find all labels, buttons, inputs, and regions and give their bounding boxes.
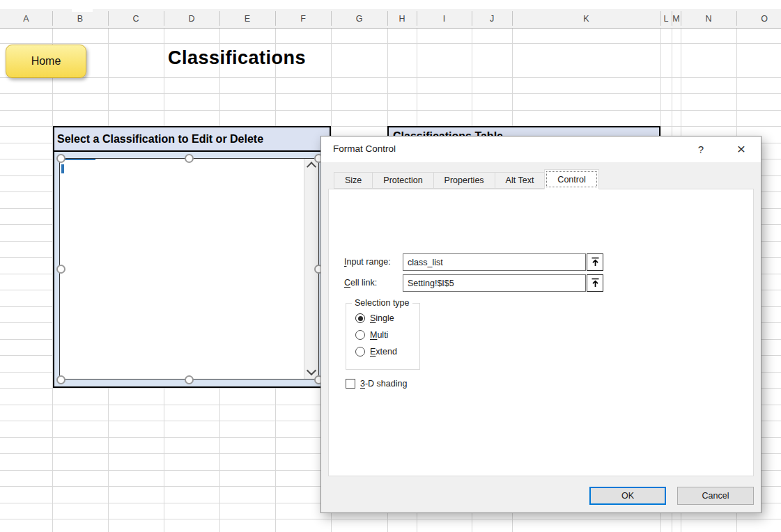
column-header-n[interactable]: N [681,9,736,28]
control-tab-page: Input range: class_list Cell link: Setti… [328,189,754,476]
3d-shading-label: 3-D shading [360,379,407,389]
column-separator [736,11,737,26]
classification-listbox[interactable] [59,158,319,380]
column-separator [417,11,417,26]
column-separator [681,11,681,26]
listbox-selection-mark [65,159,95,160]
column-header-j[interactable]: J [472,9,512,28]
selection-handle[interactable] [185,375,194,384]
formula-bar-strip [0,0,781,9]
radio-label: Extend [370,347,397,357]
cell-link-field[interactable]: Setting!$I$5 [403,274,586,292]
column-separator [108,11,109,26]
column-separator [387,11,388,26]
gridline [0,77,781,78]
input-range-label: Input range: [344,257,391,267]
selection-type-legend: Selection type [352,298,412,308]
home-button[interactable]: Home [6,45,86,78]
column-separator [512,11,513,26]
column-separator [164,11,164,26]
column-header-c[interactable]: C [108,9,164,28]
excel-window: ABCDEFGHIJKLMNO Home Classifications Sel… [0,0,781,532]
input-range-field[interactable]: class_list [403,253,586,271]
tab-control[interactable]: Control [544,169,598,189]
radio-icon[interactable] [355,347,365,357]
ribbon-notch [72,0,93,12]
radio-label: Single [370,313,394,323]
checkbox-icon[interactable] [346,379,355,389]
sheet-title: Classifications [168,47,398,71]
format-control-dialog: Format Control ? × SizeProtectionPropert… [320,136,761,513]
collapse-up-arrow-icon [591,278,600,288]
tab-properties[interactable]: Properties [433,172,495,189]
selection-handle[interactable] [56,265,65,274]
gridline [0,43,781,44]
column-separator [219,11,220,26]
help-icon[interactable]: ? [690,140,711,158]
radio-option-multi[interactable]: Multi [355,330,388,340]
dialog-tabstrip: SizeProtectionPropertiesAlt TextControl [334,169,598,189]
selection-handle[interactable] [56,154,65,163]
column-header-g[interactable]: G [331,9,387,28]
column-header-f[interactable]: F [275,9,331,28]
column-header-a[interactable]: A [0,9,52,28]
dialog-title: Format Control [333,143,396,154]
column-separator [660,11,661,26]
collapse-up-arrow-icon [591,257,600,267]
radio-option-extend[interactable]: Extend [355,347,397,357]
column-header-e[interactable]: E [219,9,275,28]
chevron-down-icon [307,366,316,375]
selection-type-group: Selection type SingleMultiExtend [346,303,420,370]
column-header-b[interactable]: B [52,9,108,28]
gridline [0,110,781,111]
cell-link-label: Cell link: [344,278,377,288]
ok-button[interactable]: OK [589,487,666,505]
cell-link-collapse-button[interactable] [587,274,603,292]
tab-protection[interactable]: Protection [372,172,433,189]
radio-option-single[interactable]: Single [355,313,394,323]
column-separator [52,11,53,26]
column-separator [472,11,472,26]
column-separator [275,11,276,26]
column-header-d[interactable]: D [164,9,219,28]
column-header-i[interactable]: I [417,9,472,28]
gridline [0,519,781,519]
radio-icon[interactable] [355,330,365,340]
column-separator [331,11,332,26]
tab-size[interactable]: Size [334,172,373,189]
selection-handle[interactable] [56,375,65,384]
column-header-l[interactable]: L [660,9,672,28]
3d-shading-checkbox-row[interactable]: 3-D shading [346,379,407,389]
cancel-button[interactable]: Cancel [677,487,754,505]
radio-icon[interactable] [355,313,365,323]
column-header-m[interactable]: M [672,9,681,28]
input-range-collapse-button[interactable] [587,253,603,271]
selection-handle[interactable] [185,154,194,163]
dialog-titlebar[interactable]: Format Control ? × [321,136,761,162]
edit-delete-header-cell: Select a Classification to Edit or Delet… [53,126,331,152]
close-icon[interactable]: × [731,140,752,158]
chevron-up-icon [307,162,316,171]
column-header-k[interactable]: K [512,9,660,28]
listbox-selection-cursor [61,164,64,173]
column-header-row: ABCDEFGHIJKLMNO [0,9,781,29]
tab-alt-text[interactable]: Alt Text [495,172,546,189]
column-header-h[interactable]: H [387,9,417,28]
radio-label: Multi [370,330,388,340]
column-separator [672,11,672,26]
column-header-o[interactable]: O [736,9,781,28]
gridline [0,93,781,94]
